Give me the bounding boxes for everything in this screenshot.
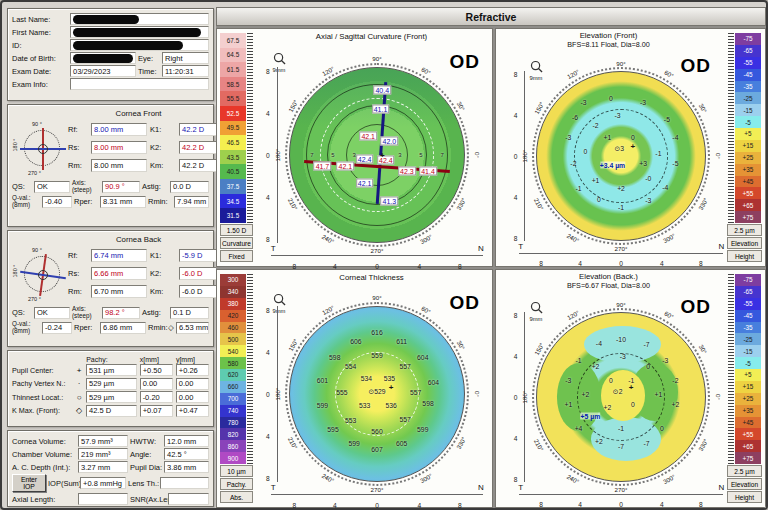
scale-cell: 67.5 bbox=[220, 33, 246, 48]
thickness-value-label: 607 bbox=[371, 445, 382, 452]
qval-label: Q-val.: (8mm) bbox=[12, 195, 40, 208]
redacted-text bbox=[73, 41, 183, 50]
cornea-back-title: Cornea Back bbox=[68, 235, 209, 244]
redacted-text bbox=[73, 28, 201, 37]
y-coordinate-value[interactable]: +0.26 bbox=[176, 364, 209, 376]
qs-value[interactable]: OK bbox=[34, 307, 70, 319]
elevation-value-label: -3 bbox=[662, 356, 668, 363]
magnifier-9mm-icon[interactable]: 9mm bbox=[269, 292, 289, 314]
exam-info-input[interactable] bbox=[70, 78, 209, 90]
scale-footer-button[interactable]: Height bbox=[727, 250, 762, 262]
rf-value[interactable]: 8.00 mm bbox=[91, 123, 147, 136]
thickness-value-label: 553 bbox=[345, 417, 356, 424]
vertical-axis-tick: 8 bbox=[266, 236, 270, 243]
astig-label: Astig: bbox=[142, 182, 168, 191]
chamber-volume-value[interactable]: 219 mm³ bbox=[78, 448, 128, 460]
eye-input[interactable]: Right bbox=[162, 52, 209, 64]
rs-value[interactable]: 6.66 mm bbox=[91, 267, 147, 280]
astig-value[interactable]: 0.1 D bbox=[170, 307, 209, 319]
temporal-label: T bbox=[271, 244, 276, 253]
scale-footer-button[interactable]: 1.50 D bbox=[220, 224, 253, 236]
scale-cell: 580 bbox=[220, 357, 246, 369]
elevation-value-label: 0 bbox=[609, 95, 613, 102]
x-coordinate-value[interactable]: +0.50 bbox=[140, 364, 173, 376]
axis-steep-value[interactable]: 98.2 ° bbox=[102, 307, 140, 319]
first-name-input[interactable] bbox=[70, 26, 209, 38]
curvature-value-label: 41.1 bbox=[372, 105, 390, 114]
qval-value[interactable]: -0.40 bbox=[42, 196, 72, 208]
enter-iop-button[interactable]: Enter IOP bbox=[12, 474, 46, 492]
qval-value[interactable]: -0.24 bbox=[42, 322, 72, 334]
magnifier-9mm-icon[interactable]: 9mm bbox=[269, 51, 289, 73]
scale-footer-button[interactable]: 10 µm bbox=[220, 465, 253, 477]
rm-label: Rm: bbox=[68, 287, 88, 296]
x-coordinate-value[interactable]: +0.07 bbox=[140, 405, 173, 417]
rmin-value[interactable]: 7.94 mm bbox=[174, 196, 209, 208]
axis-steep-value[interactable]: 90.9 ° bbox=[102, 181, 140, 193]
rf-value[interactable]: 6.74 mm bbox=[91, 249, 147, 262]
qs-value[interactable]: OK bbox=[34, 181, 70, 193]
rs-value[interactable]: 8.00 mm bbox=[91, 141, 147, 154]
elevation-value-label: -3 bbox=[640, 98, 646, 105]
nasal-label: N bbox=[718, 483, 724, 492]
angle-value[interactable]: 42.5 ° bbox=[164, 448, 209, 460]
dob-input[interactable] bbox=[70, 52, 136, 64]
exam-date-label: Exam Date: bbox=[12, 67, 68, 76]
rper-value[interactable]: 8.31 mm bbox=[100, 196, 146, 208]
pentacam-refractive-screen: Last Name: First Name: ID: Date of Birth… bbox=[0, 0, 768, 510]
scale-footer-button[interactable]: Elevation bbox=[727, 478, 762, 490]
angle-label: 30° bbox=[697, 103, 708, 115]
elevation-value-label: -5 bbox=[664, 115, 670, 122]
curvature-color-scale: 67.564.561.558.555.552.549.546.543.540.5… bbox=[220, 33, 253, 262]
angle-label: 180° bbox=[273, 149, 280, 162]
pupil-dia-value[interactable]: 3.86 mm bbox=[164, 461, 209, 473]
cornea-volume-value[interactable]: 57.9 mm³ bbox=[78, 435, 128, 447]
pachy-value[interactable]: 42.5 D bbox=[86, 405, 137, 417]
lens-thickness-value[interactable] bbox=[160, 477, 209, 489]
elevation-value-label: -7 bbox=[618, 443, 624, 450]
scale-footer-button[interactable]: 2.5 µm bbox=[727, 224, 762, 236]
y-coordinate-value[interactable]: 0.00 bbox=[176, 378, 209, 390]
scale-footer-button[interactable]: Pachy. bbox=[220, 478, 253, 490]
iop-sum-value[interactable]: +0.8 mmHg bbox=[80, 477, 126, 489]
scale-footer-button[interactable]: Elevation bbox=[727, 237, 762, 249]
elevation-value-label: -3 bbox=[645, 197, 651, 204]
scale-footer-button[interactable]: Abs. bbox=[220, 491, 253, 503]
pachy-value[interactable]: 529 µm bbox=[86, 391, 137, 403]
horizontal-axis-line bbox=[271, 255, 482, 256]
scale-cell: -15 bbox=[735, 104, 761, 116]
rmin-label: Rmin: bbox=[148, 323, 166, 332]
astig-value[interactable]: 0.0 D bbox=[170, 181, 209, 193]
scale-footer-button[interactable]: Height bbox=[727, 491, 762, 503]
pachy-value[interactable]: 529 µm bbox=[86, 378, 137, 390]
ac-depth-value[interactable]: 3.27 mm bbox=[78, 461, 128, 473]
hwtw-value[interactable]: 12.0 mm bbox=[164, 435, 209, 447]
scale-footer-button[interactable]: 2.5 µm bbox=[727, 465, 762, 477]
scale-cell: -35 bbox=[735, 322, 761, 334]
rm-value[interactable]: 8.00 mm bbox=[91, 159, 147, 172]
snr-value[interactable] bbox=[168, 493, 209, 505]
vertical-axis-tick: 8 bbox=[514, 475, 518, 482]
x-coordinate-value[interactable]: 0.00 bbox=[140, 378, 173, 390]
time-input[interactable]: 11:20:31 bbox=[162, 65, 209, 77]
y-coordinate-value[interactable]: +0.47 bbox=[176, 405, 209, 417]
x-coordinate-value[interactable]: -0.20 bbox=[140, 391, 173, 403]
id-input[interactable] bbox=[70, 39, 209, 51]
scale-footer-button[interactable]: Curvature bbox=[220, 237, 253, 249]
y-coordinate-value[interactable]: 0.00 bbox=[176, 391, 209, 403]
exam-date-input[interactable]: 03/29/2023 bbox=[70, 65, 136, 77]
scale-cell: 420 bbox=[220, 310, 246, 322]
angle-label: 330° bbox=[455, 436, 467, 451]
last-name-input[interactable] bbox=[70, 13, 209, 25]
rper-value[interactable]: 6.86 mm bbox=[100, 322, 146, 334]
scale-footer-button[interactable]: Fixed bbox=[220, 250, 253, 262]
curvature-map-panel: 67.564.561.558.555.552.549.546.543.540.5… bbox=[216, 28, 493, 267]
axial-length-value[interactable] bbox=[78, 493, 128, 505]
scale-cell: 820 bbox=[220, 428, 246, 440]
pachy-value[interactable]: 531 µm bbox=[86, 364, 137, 376]
rm-value[interactable]: 6.70 mm bbox=[91, 285, 147, 298]
vertical-axis-tick: 0 bbox=[266, 391, 270, 398]
thickness-value-label: 599 bbox=[317, 401, 328, 408]
horizontal-axis-tick: 8 bbox=[699, 501, 703, 508]
rmin-value[interactable]: 6.53 mm bbox=[176, 322, 209, 334]
